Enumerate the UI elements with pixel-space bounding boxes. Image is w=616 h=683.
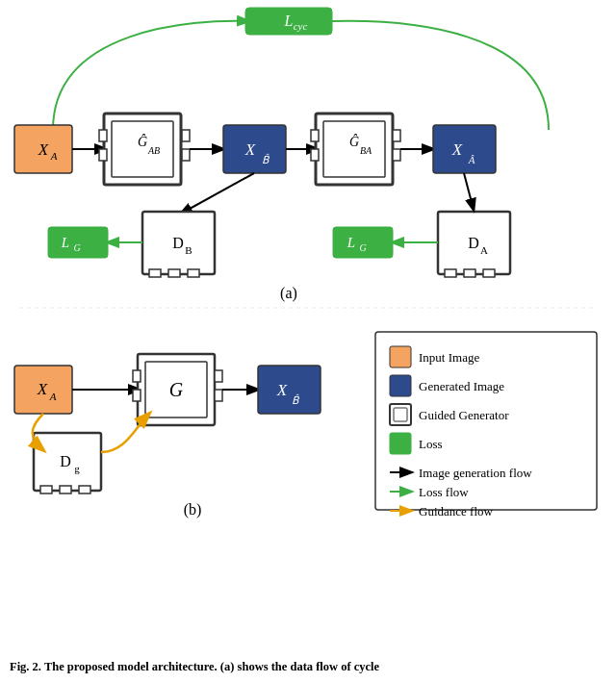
svg-rect-12 <box>182 149 190 161</box>
svg-text:A: A <box>49 391 57 402</box>
svg-rect-63 <box>133 390 141 401</box>
svg-text:cyc: cyc <box>294 20 308 32</box>
svg-text:Image generation flow: Image generation flow <box>419 466 532 480</box>
svg-rect-11 <box>182 130 190 141</box>
svg-rect-23 <box>311 149 319 161</box>
svg-text:X: X <box>244 140 256 159</box>
svg-rect-73 <box>60 486 71 493</box>
svg-rect-21 <box>323 121 385 177</box>
svg-text:(a): (a) <box>280 285 297 302</box>
svg-rect-22 <box>311 130 319 141</box>
svg-line-32 <box>181 173 254 214</box>
svg-text:BA: BA <box>360 145 372 156</box>
svg-text:D: D <box>172 235 184 251</box>
svg-text:L: L <box>346 235 355 250</box>
svg-text:X: X <box>38 140 49 159</box>
svg-text:X: X <box>276 381 288 399</box>
svg-rect-68 <box>258 366 321 414</box>
svg-text:X: X <box>451 140 463 159</box>
svg-rect-81 <box>390 375 411 396</box>
svg-text:L: L <box>61 235 69 250</box>
svg-text:Loss flow: Loss flow <box>419 485 469 499</box>
svg-text:A: A <box>480 244 488 256</box>
svg-rect-36 <box>188 269 199 277</box>
svg-text:(b): (b) <box>184 501 202 519</box>
svg-rect-9 <box>99 130 107 141</box>
svg-text:B̂: B̂ <box>292 393 300 406</box>
svg-rect-65 <box>215 390 222 401</box>
svg-text:AB: AB <box>147 145 160 156</box>
svg-text:D: D <box>60 453 71 469</box>
svg-text:Ĝ: Ĝ <box>138 134 147 149</box>
svg-text:Guided Generator: Guided Generator <box>419 408 509 422</box>
svg-text:B̂: B̂ <box>262 153 270 165</box>
svg-text:G: G <box>359 242 366 253</box>
svg-text:Ĝ: Ĝ <box>349 134 359 149</box>
svg-text:Â: Â <box>468 154 475 165</box>
svg-rect-24 <box>393 130 400 141</box>
svg-rect-62 <box>133 370 141 382</box>
svg-rect-64 <box>215 370 222 382</box>
svg-text:L: L <box>284 13 294 29</box>
svg-text:Input Image: Input Image <box>419 350 479 365</box>
svg-text:G: G <box>73 242 80 253</box>
svg-rect-86 <box>390 433 411 454</box>
svg-line-49 <box>464 173 474 210</box>
svg-rect-74 <box>79 486 90 493</box>
svg-text:D: D <box>468 235 479 251</box>
svg-text:B: B <box>185 244 192 256</box>
svg-rect-84 <box>394 408 407 421</box>
svg-rect-29 <box>433 125 496 173</box>
svg-text:X: X <box>37 380 48 398</box>
svg-text:Loss: Loss <box>419 437 443 451</box>
svg-rect-46 <box>483 269 495 277</box>
svg-text:Guidance flow: Guidance flow <box>419 504 494 519</box>
svg-rect-8 <box>112 121 173 177</box>
svg-rect-79 <box>390 346 411 367</box>
svg-text:Generated Image: Generated Image <box>419 379 504 393</box>
svg-rect-44 <box>445 269 456 277</box>
svg-rect-45 <box>464 269 475 277</box>
diagram-container: L cyc X A Ĝ AB X B̂ <box>0 0 616 683</box>
svg-text:A: A <box>50 150 58 162</box>
svg-rect-10 <box>99 149 107 161</box>
svg-text:g: g <box>74 463 80 474</box>
svg-rect-72 <box>40 486 52 493</box>
figure-caption: Fig. 2. The proposed model architecture.… <box>10 659 606 676</box>
svg-rect-35 <box>168 269 180 277</box>
svg-rect-34 <box>149 269 161 277</box>
svg-rect-25 <box>393 149 400 161</box>
svg-text:G: G <box>169 379 184 400</box>
